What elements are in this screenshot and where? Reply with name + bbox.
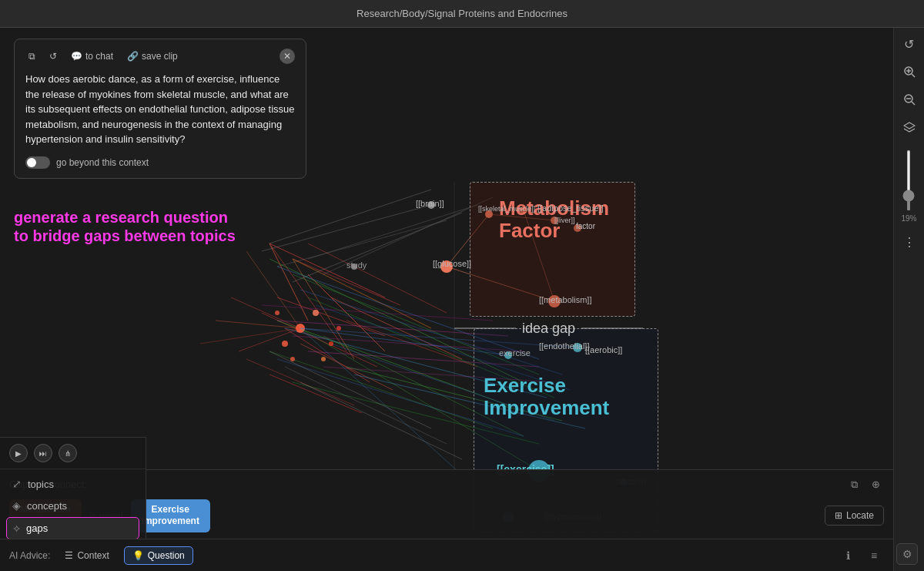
gaps-actions: ⧉ ⊕ [845,476,884,493]
play-button[interactable]: ▶ [9,444,28,462]
toggle-row: go beyond this context [25,156,295,169]
topbar-title: Research/Body/Signal Proteins and Endocr… [357,8,567,19]
gaps-add-button[interactable]: ⊕ [867,476,884,493]
question-icon: 💡 [132,550,144,561]
svg-point-74 [351,264,357,270]
float-card: ⧉ ↺ 💬 to chat 🔗 save clip ✕ How does aer… [14,39,306,179]
svg-point-73 [427,201,435,209]
toggle-knob [27,158,36,167]
copy-button[interactable]: ⧉ [25,49,38,63]
settings-button[interactable]: ⚙ [896,543,918,565]
svg-point-59 [321,357,326,361]
zoom-label: 19% [901,214,916,223]
nav-topics[interactable]: ⤢ topics [6,474,139,494]
ai-label: AI Advice: [9,550,50,561]
copy-icon: ⧉ [28,51,35,62]
list-button[interactable]: ≡ [864,546,884,566]
topics-icon: ⤢ [12,478,22,490]
gaps-label: gaps [26,522,48,534]
svg-point-57 [329,341,333,346]
svg-point-60 [290,357,295,361]
zoom-out-icon[interactable] [901,91,918,108]
ai-tab-question[interactable]: 💡 Question [124,546,193,565]
beyond-context-toggle[interactable] [25,156,50,169]
float-card-toolbar: ⧉ ↺ 💬 to chat 🔗 save clip ✕ [25,49,295,64]
clip-icon: 🔗 [127,51,139,62]
refresh-icon: ↺ [49,51,57,62]
ai-bar: AI Advice: ☰ Context 💡 Question ℹ ≡ [0,539,893,571]
zoom-area: 19% [901,149,916,223]
context-label: Context [77,550,109,561]
svg-point-56 [282,341,288,347]
float-card-question: How does aerobic dance, as a form of exe… [25,72,295,147]
refresh-icon[interactable]: ↺ [901,35,918,52]
svg-line-1 [912,74,915,77]
nav-concepts[interactable]: ◈ concepts [6,495,139,516]
locate-label: Locate [846,510,874,521]
right-toolbar: ↺ 19% ⋮ [893,28,924,571]
locate-button[interactable]: ⊞ Locate [825,506,884,526]
forward-button[interactable]: ⏭ [34,444,52,462]
to-chat-button[interactable]: 💬 to chat [68,49,116,63]
topbar: Research/Body/Signal Proteins and Endocr… [0,0,924,28]
branch-button[interactable]: ⋔ [59,444,77,462]
context-icon: ☰ [65,550,73,561]
svg-point-70 [574,224,581,232]
svg-line-5 [912,102,915,105]
refresh-card-button[interactable]: ↺ [46,49,60,63]
gaps-icon: ⟡ [13,522,20,535]
save-clip-button[interactable]: 🔗 save clip [124,49,181,63]
question-label: Question [148,550,185,561]
concepts-icon: ◈ [12,499,21,512]
toggle-label: go beyond this context [56,157,149,168]
svg-point-55 [313,310,319,316]
svg-point-61 [336,326,341,331]
close-card-button[interactable]: ✕ [280,49,295,64]
settings-icon: ⚙ [902,548,912,560]
adjust-icon[interactable]: ⋮ [901,233,918,250]
ai-tab-context[interactable]: ☰ Context [56,546,117,565]
gaps-copy-button[interactable]: ⧉ [845,476,862,493]
playback-bar: ▶ ⏭ ⋔ [0,438,146,469]
chat-icon: 💬 [71,51,82,62]
concepts-label: concepts [27,500,67,512]
nav-gaps[interactable]: ⟡ gaps [6,517,139,539]
info-button[interactable]: ℹ [838,546,858,566]
topics-label: topics [28,479,54,490]
zoom-in-icon[interactable] [901,63,918,80]
nav-items: ⤢ topics ◈ concepts ⟡ gaps [0,469,146,544]
locate-icon: ⊞ [835,510,842,521]
layers-icon[interactable] [901,119,918,136]
zoom-slider[interactable] [907,149,910,211]
svg-point-58 [275,311,280,315]
